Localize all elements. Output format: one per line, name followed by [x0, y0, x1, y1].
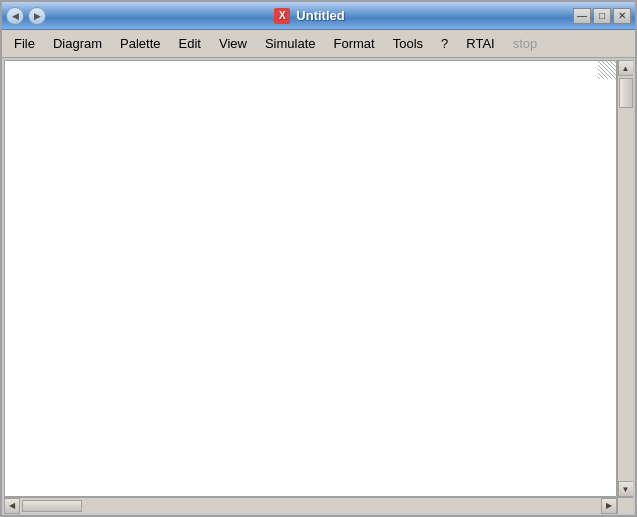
- menu-diagram[interactable]: Diagram: [45, 33, 110, 54]
- svg-line-5: [598, 65, 612, 79]
- svg-line-4: [614, 61, 616, 63]
- vertical-scrollbar: ▲ ▼: [617, 60, 633, 497]
- hscroll-track[interactable]: [20, 499, 601, 513]
- svg-line-1: [602, 61, 616, 75]
- diagram-canvas[interactable]: [4, 60, 617, 497]
- scroll-right-button[interactable]: ▶: [601, 498, 617, 514]
- menu-stop: stop: [505, 33, 546, 54]
- window-title: Untitled: [296, 8, 344, 23]
- menu-edit[interactable]: Edit: [171, 33, 209, 54]
- scroll-down-button[interactable]: ▼: [618, 481, 634, 497]
- menu-tools[interactable]: Tools: [385, 33, 431, 54]
- menu-file[interactable]: File: [6, 33, 43, 54]
- back-button[interactable]: ◀: [6, 7, 24, 25]
- menu-palette[interactable]: Palette: [112, 33, 168, 54]
- vscroll-track[interactable]: [618, 76, 633, 481]
- titlebar-left: ◀ ▶: [6, 7, 46, 25]
- minimize-button[interactable]: —: [573, 8, 591, 24]
- svg-line-8: [598, 77, 600, 79]
- menu-format[interactable]: Format: [326, 33, 383, 54]
- main-window: ◀ ▶ X Untitled — □ ✕ File Diagram Palett…: [0, 0, 637, 517]
- titlebar-controls: — □ ✕: [573, 8, 631, 24]
- maximize-button[interactable]: □: [593, 8, 611, 24]
- corner-decoration: [598, 61, 616, 79]
- menu-help[interactable]: ?: [433, 33, 456, 54]
- titlebar-title: X Untitled: [46, 8, 573, 24]
- menu-simulate[interactable]: Simulate: [257, 33, 324, 54]
- scroll-left-button[interactable]: ◀: [4, 498, 20, 514]
- titlebar: ◀ ▶ X Untitled — □ ✕: [2, 2, 635, 30]
- scroll-up-button[interactable]: ▲: [618, 60, 634, 76]
- hscroll-thumb[interactable]: [22, 500, 82, 512]
- vscroll-thumb[interactable]: [619, 78, 633, 108]
- menu-rtai[interactable]: RTAI: [458, 33, 502, 54]
- menubar: File Diagram Palette Edit View Simulate …: [2, 30, 635, 58]
- close-button[interactable]: ✕: [613, 8, 631, 24]
- scrollbar-corner: [617, 498, 633, 514]
- menu-view[interactable]: View: [211, 33, 255, 54]
- content-wrapper: ▲ ▼ ◀ ▶: [2, 58, 635, 515]
- forward-button[interactable]: ▶: [28, 7, 46, 25]
- canvas-area: ▲ ▼: [4, 60, 633, 497]
- horizontal-scrollbar: ◀ ▶: [4, 498, 617, 513]
- app-icon: X: [274, 8, 290, 24]
- hscrollbar-wrapper: ◀ ▶: [4, 497, 633, 513]
